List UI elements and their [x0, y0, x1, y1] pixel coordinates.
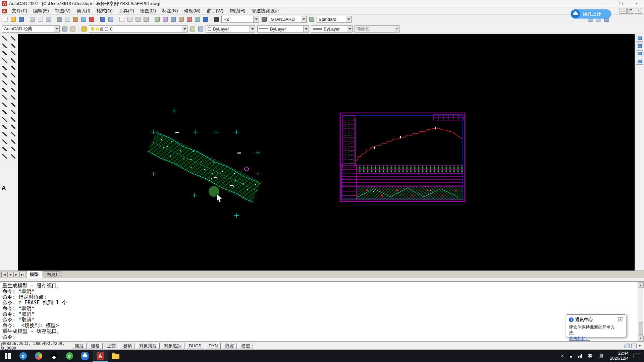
- taskbar-edge-icon[interactable]: e: [15, 350, 31, 362]
- zoom-window-button[interactable]: [134, 15, 142, 23]
- toggle-grid[interactable]: 栅格: [88, 343, 103, 349]
- modify-break-at-point-button[interactable]: [9, 116, 18, 123]
- draw-region-button[interactable]: [0, 145, 9, 153]
- lineweight-combo[interactable]: ByLayer: [311, 25, 353, 33]
- tab-previous-button[interactable]: ◀: [7, 272, 13, 277]
- open-button[interactable]: [9, 15, 17, 23]
- tab-next-button[interactable]: ▶: [13, 272, 19, 277]
- layer-on-icon[interactable]: [91, 27, 94, 31]
- modify-extend-button[interactable]: [9, 108, 18, 116]
- make-object-layer-current-button[interactable]: [189, 25, 197, 33]
- modify-stretch-button[interactable]: [9, 94, 18, 101]
- taskbar-green-browser-icon[interactable]: e: [62, 350, 77, 362]
- taskbar-netdisk-icon[interactable]: [77, 350, 93, 362]
- layer-combo[interactable]: 0: [89, 25, 187, 33]
- toggle-dyn[interactable]: DYN: [206, 343, 221, 349]
- toggle-model-space[interactable]: 模型: [238, 343, 253, 349]
- mdi-minimize-button[interactable]: —: [620, 8, 627, 14]
- combo-arrow-icon[interactable]: [346, 16, 351, 22]
- layer-previous-button[interactable]: [197, 25, 205, 33]
- menu-item[interactable]: 修改(M): [181, 7, 203, 14]
- drawing-system-menu-icon[interactable]: A: [2, 9, 7, 13]
- toggle-osnap[interactable]: 对象捕捉: [136, 343, 160, 349]
- modify-trim-button[interactable]: [9, 101, 18, 108]
- tab-model[interactable]: 模型: [26, 271, 42, 278]
- modify-rotate-button[interactable]: [9, 79, 18, 86]
- draw-table-button[interactable]: [0, 153, 9, 160]
- draw-gradient-button[interactable]: [0, 138, 9, 145]
- menu-item[interactable]: 窗口(W): [203, 7, 226, 14]
- popup-link[interactable]: 单击此处。: [569, 336, 590, 341]
- modify-explode-button[interactable]: [9, 153, 18, 160]
- combo-arrow-icon[interactable]: [54, 26, 59, 32]
- modify-erase-button[interactable]: [9, 35, 18, 42]
- menu-item[interactable]: 插入(I): [73, 7, 93, 14]
- copy-button[interactable]: [63, 15, 71, 23]
- new-button[interactable]: [1, 15, 9, 23]
- docked-toolbar-button-2[interactable]: [636, 43, 643, 49]
- match-properties-button[interactable]: [79, 15, 88, 23]
- dim-style-manager-button[interactable]: [260, 15, 268, 23]
- properties-button[interactable]: [153, 15, 161, 23]
- command-scrollbar[interactable]: ▲ ▼: [638, 282, 643, 341]
- toggle-ducs[interactable]: DUCS: [186, 343, 204, 349]
- mdi-close-button[interactable]: ×: [635, 8, 642, 14]
- draw-circle-button[interactable]: [0, 79, 9, 86]
- menu-item[interactable]: 编辑(E): [30, 7, 52, 14]
- restore-button[interactable]: ❐: [613, 0, 629, 7]
- draw-make-block-button[interactable]: [0, 116, 9, 123]
- draw-rectangle-button[interactable]: [0, 64, 9, 71]
- draw-line-button[interactable]: [0, 35, 9, 42]
- modify-copy-button[interactable]: [9, 42, 18, 49]
- combo-arrow-icon[interactable]: [182, 26, 187, 32]
- draw-polyline-button[interactable]: [0, 49, 9, 57]
- docked-toolbar-button-1[interactable]: [636, 35, 643, 42]
- modify-offset-button[interactable]: [9, 57, 18, 64]
- draw-arc-button[interactable]: [0, 71, 9, 79]
- close-button[interactable]: ×: [629, 0, 644, 7]
- popup-close-icon[interactable]: ×: [618, 317, 623, 322]
- workspace-settings-button[interactable]: [61, 25, 69, 33]
- ime-mode-indicator[interactable]: 拼: [596, 350, 607, 362]
- command-window-splitter[interactable]: [0, 278, 644, 282]
- docked-toolbar-button-4[interactable]: [636, 58, 643, 65]
- designcenter-button[interactable]: [161, 15, 169, 23]
- model-space-canvas[interactable]: [18, 34, 635, 270]
- layer-lock-icon[interactable]: [100, 28, 103, 31]
- modify-fillet-button[interactable]: [9, 145, 18, 153]
- toggle-lineweight[interactable]: 线宽: [222, 343, 237, 349]
- draw-polygon-button[interactable]: [0, 57, 9, 64]
- hidden-icons-button[interactable]: ∧: [558, 350, 567, 362]
- draw-revision-cloud-button[interactable]: [0, 86, 9, 94]
- status-bar-menu-button[interactable]: ▼: [638, 344, 641, 348]
- block-editor-button[interactable]: [88, 15, 96, 23]
- menu-item[interactable]: 绘图(D): [137, 7, 159, 14]
- layer-color-icon[interactable]: [105, 27, 108, 31]
- show-desktop-button[interactable]: [642, 350, 644, 362]
- toggle-polar[interactable]: 极轴: [120, 343, 135, 349]
- modify-array-button[interactable]: [9, 64, 18, 71]
- tab-layout1[interactable]: 布局1: [43, 272, 61, 278]
- modify-break-button[interactable]: [9, 123, 18, 130]
- combo-arrow-icon[interactable]: [347, 26, 352, 32]
- help-button[interactable]: [201, 15, 209, 23]
- toolbar-lock-icon[interactable]: [631, 344, 637, 348]
- zoom-realtime-button[interactable]: [126, 15, 134, 23]
- layer-freeze-icon[interactable]: [96, 27, 99, 31]
- taskbar-360-browser-icon[interactable]: [31, 350, 46, 362]
- scrollbar-thumb[interactable]: [639, 322, 643, 335]
- scroll-down-icon[interactable]: ▼: [638, 336, 644, 341]
- modify-chamfer-button[interactable]: [9, 138, 18, 145]
- drag-upload-button[interactable]: 拖拽上传: [571, 9, 611, 18]
- mdi-restore-button[interactable]: ❐: [627, 8, 634, 14]
- toggle-ortho[interactable]: 正交: [104, 343, 119, 349]
- menu-item[interactable]: 帮助(H): [226, 7, 248, 14]
- menu-item[interactable]: 文件(F): [9, 7, 30, 14]
- text-style-manager-button[interactable]: [212, 15, 220, 23]
- language-indicator[interactable]: 英: [584, 350, 596, 362]
- quickcalc-button[interactable]: [193, 15, 201, 23]
- toggle-otrack[interactable]: 对象追踪: [161, 343, 184, 349]
- modify-move-button[interactable]: [9, 71, 18, 79]
- taskbar-autocad-icon[interactable]: A: [93, 350, 108, 362]
- draw-hatch-button[interactable]: [0, 130, 9, 138]
